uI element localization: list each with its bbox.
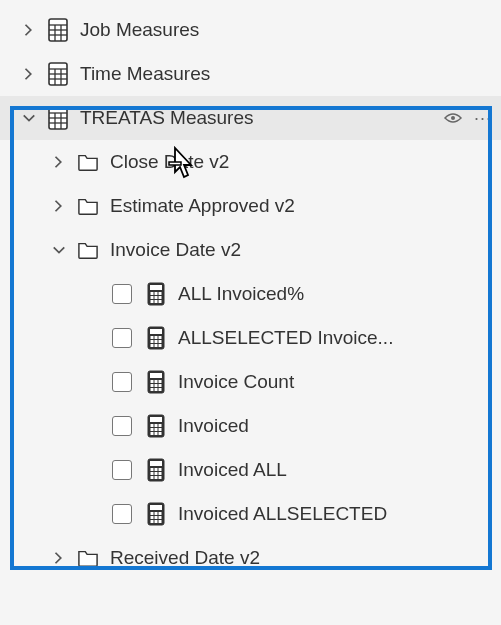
measure-icon [144,326,168,350]
table-label: TREATAS Measures [80,107,443,129]
chevron-right-icon[interactable] [18,63,40,85]
chevron-down-icon[interactable] [18,107,40,129]
table-icon [46,62,70,86]
chevron-right-icon[interactable] [48,195,70,217]
measure-invoiced[interactable]: Invoiced [0,404,501,448]
more-options-icon[interactable]: ··· [473,108,493,128]
table-label: Job Measures [80,19,493,41]
measure-invoice-count[interactable]: Invoice Count [0,360,501,404]
folder-close-date-v2[interactable]: Close Date v2 [0,140,501,184]
measure-allselected-invoice[interactable]: ALLSELECTED Invoice... [0,316,501,360]
measure-label: ALLSELECTED Invoice... [178,327,493,349]
measure-label: Invoiced ALL [178,459,493,481]
fields-tree: Job Measures Time Measures TREATAS Measu… [0,0,501,580]
table-treatas-measures[interactable]: TREATAS Measures ··· [0,96,501,140]
field-checkbox[interactable] [112,328,132,348]
folder-label: Close Date v2 [110,151,493,173]
folder-icon [76,546,100,570]
chevron-right-icon[interactable] [48,547,70,569]
measure-icon [144,502,168,526]
folder-label: Invoice Date v2 [110,239,493,261]
measure-icon [144,414,168,438]
table-job-measures[interactable]: Job Measures [0,8,501,52]
field-checkbox[interactable] [112,416,132,436]
chevron-right-icon[interactable] [48,151,70,173]
measure-label: Invoiced ALLSELECTED [178,503,493,525]
folder-invoice-date-v2[interactable]: Invoice Date v2 [0,228,501,272]
chevron-right-icon[interactable] [18,19,40,41]
table-icon [46,106,70,130]
folder-label: Received Date v2 [110,547,493,569]
measure-invoiced-allselected[interactable]: Invoiced ALLSELECTED [0,492,501,536]
table-time-measures[interactable]: Time Measures [0,52,501,96]
measure-all-invoiced-pct[interactable]: ALL Invoiced% [0,272,501,316]
measure-label: ALL Invoiced% [178,283,493,305]
chevron-down-icon[interactable] [48,239,70,261]
folder-icon [76,238,100,262]
folder-estimate-approved-v2[interactable]: Estimate Approved v2 [0,184,501,228]
folder-label: Estimate Approved v2 [110,195,493,217]
folder-received-date-v2[interactable]: Received Date v2 [0,536,501,580]
field-checkbox[interactable] [112,372,132,392]
measure-invoiced-all[interactable]: Invoiced ALL [0,448,501,492]
field-checkbox[interactable] [112,504,132,524]
field-checkbox[interactable] [112,284,132,304]
measure-icon [144,282,168,306]
field-checkbox[interactable] [112,460,132,480]
table-label: Time Measures [80,63,493,85]
measure-label: Invoice Count [178,371,493,393]
measure-icon [144,370,168,394]
measure-icon [144,458,168,482]
visibility-icon[interactable] [443,108,463,128]
folder-icon [76,150,100,174]
folder-icon [76,194,100,218]
table-icon [46,18,70,42]
measure-label: Invoiced [178,415,493,437]
